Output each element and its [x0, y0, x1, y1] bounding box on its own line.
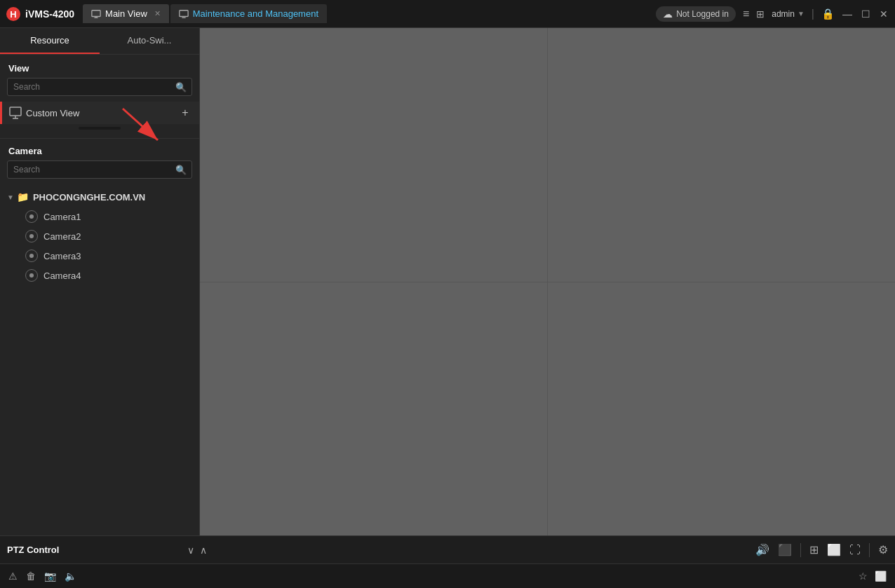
camera-icon-1: [25, 210, 38, 223]
camera-row-1[interactable]: Camera1: [0, 207, 199, 226]
separator-1: |: [812, 8, 814, 20]
status-right: ☆ ⬜: [859, 570, 887, 582]
video-area: [200, 28, 895, 535]
custom-view-row[interactable]: Custom View +: [0, 102, 199, 124]
tab-main-view[interactable]: Main View ✕: [83, 4, 169, 23]
app-title: iVMS-4200: [25, 8, 74, 20]
tab-maintenance-label: Maintenance and Management: [193, 8, 318, 19]
camera-search-input[interactable]: [7, 160, 192, 179]
record-button[interactable]: ⬛: [778, 543, 792, 556]
camera-name-2: Camera2: [43, 231, 81, 242]
camera-section: Camera 🔍 ▼ 📁 PHOCONGNGHE.COM.VN: [0, 139, 199, 535]
minimize-button[interactable]: —: [842, 8, 853, 20]
ptz-left: PTZ Control ∨ ∧: [7, 545, 207, 556]
volume-button[interactable]: 🔊: [755, 543, 769, 556]
camera-icon-2: [25, 230, 38, 242]
camera-group-name: PHOCONGNGHE.COM.VN: [33, 192, 145, 203]
toolbar-divider-1: [800, 543, 801, 557]
custom-view-label: Custom View: [26, 108, 178, 118]
sound-status-icon[interactable]: 🔈: [65, 570, 76, 582]
sidebar-tab-resource[interactable]: Resource: [0, 28, 100, 54]
app-logo: H iVMS-4200: [6, 6, 74, 22]
toolbar-divider-2: [869, 543, 870, 557]
sidebar-tabs: Resource Auto-Swi...: [0, 28, 199, 55]
camera-name-1: Camera1: [43, 212, 81, 222]
svg-rect-9: [10, 107, 21, 116]
menu-icon[interactable]: ≡: [743, 8, 749, 20]
folder-icon: 📁: [17, 191, 29, 203]
camera-name-3: Camera3: [43, 251, 81, 261]
status-bar: ⚠ 🗑 📷 🔈 ☆ ⬜: [0, 563, 895, 588]
settings-button[interactable]: ⚙: [878, 543, 888, 556]
ptz-expand-button[interactable]: ∧: [200, 545, 207, 556]
capture-icon[interactable]: 📷: [44, 570, 56, 582]
restore-button[interactable]: ☐: [860, 8, 871, 20]
app-logo-icon: H: [6, 6, 21, 22]
titlebar: H iVMS-4200 Main View ✕: [0, 0, 895, 28]
custom-view-icon: [9, 107, 22, 119]
content-area: Resource Auto-Swi... View 🔍: [0, 28, 895, 535]
video-cell-1[interactable]: [200, 28, 547, 282]
ptz-collapse-button[interactable]: ∨: [187, 545, 194, 556]
single-view-button[interactable]: ⬜: [827, 543, 841, 556]
ptz-bar: PTZ Control ∨ ∧ 🔊 ⬛ ⊞ ⬜ ⛶ ⚙: [0, 535, 895, 563]
video-cell-4[interactable]: [548, 282, 895, 536]
camera-row-3[interactable]: Camera3: [0, 246, 199, 266]
alert-icon[interactable]: ⚠: [8, 570, 18, 582]
add-custom-view-button[interactable]: +: [178, 106, 192, 120]
star-icon[interactable]: ☆: [859, 570, 868, 582]
fullscreen-button[interactable]: ⛶: [849, 544, 861, 556]
camera-name-4: Camera4: [43, 271, 81, 281]
video-cell-2[interactable]: [548, 28, 895, 282]
camera-icon-3: [25, 249, 38, 262]
ptz-controls: ∨ ∧: [187, 545, 207, 556]
camera-search-container: 🔍: [7, 160, 192, 179]
view-search-container: 🔍: [7, 78, 192, 96]
lock-icon[interactable]: 🔒: [821, 8, 835, 20]
svg-rect-4: [92, 10, 100, 16]
monitor-icon[interactable]: ⊞: [756, 8, 765, 20]
tab-maintenance[interactable]: Maintenance and Management: [170, 4, 327, 23]
tab-maintenance-icon: [179, 9, 189, 19]
camera-label: Camera: [0, 139, 199, 160]
tab-main-view-close[interactable]: ✕: [154, 9, 161, 18]
view-search-input[interactable]: [7, 78, 192, 96]
camera-group-row[interactable]: ▼ 📁 PHOCONGNGHE.COM.VN: [0, 187, 199, 207]
ptz-label: PTZ Control: [7, 545, 59, 555]
svg-rect-7: [180, 10, 188, 16]
tabs-container: Main View ✕ Maintenance and Management: [83, 4, 656, 23]
titlebar-right: ☁ Not Logged in ≡ ⊞ admin ▼ | 🔒 — ☐ ✕: [656, 6, 889, 22]
svg-text:H: H: [10, 9, 16, 20]
view-label: View: [0, 60, 199, 78]
camera-row-2[interactable]: Camera2: [0, 226, 199, 246]
titlebar-icons: ≡ ⊞: [743, 8, 765, 20]
tab-main-view-label: Main View: [105, 8, 147, 19]
user-info[interactable]: admin ▼: [772, 9, 805, 19]
sidebar-tab-auto-switch[interactable]: Auto-Swi...: [100, 28, 199, 54]
camera-search-icon: 🔍: [175, 165, 187, 175]
close-button[interactable]: ✕: [878, 8, 889, 20]
expand-icon: ▼: [7, 193, 14, 201]
camera-row-4[interactable]: Camera4: [0, 266, 199, 285]
user-dropdown-icon: ▼: [798, 10, 805, 18]
cloud-status[interactable]: ☁ Not Logged in: [656, 6, 736, 22]
video-cell-3[interactable]: [200, 282, 547, 536]
camera-tree: ▼ 📁 PHOCONGNGHE.COM.VN Camera1: [0, 184, 199, 535]
resize-hint: [79, 127, 121, 130]
screenshot-icon[interactable]: ⬜: [875, 570, 887, 582]
grid-layout-button[interactable]: ⊞: [809, 543, 819, 556]
user-name: admin: [772, 9, 795, 19]
ptz-right: 🔊 ⬛ ⊞ ⬜ ⛶ ⚙: [207, 543, 888, 557]
tab-monitor-icon: [91, 9, 101, 19]
camera-icon-4: [25, 269, 38, 282]
sidebar: Resource Auto-Swi... View 🔍: [0, 28, 200, 535]
view-search-icon: 🔍: [175, 82, 187, 93]
view-section: View 🔍 Custom View +: [0, 55, 199, 139]
delete-icon[interactable]: 🗑: [26, 570, 36, 582]
cloud-icon: ☁: [663, 8, 673, 20]
cloud-status-label: Not Logged in: [676, 9, 729, 19]
